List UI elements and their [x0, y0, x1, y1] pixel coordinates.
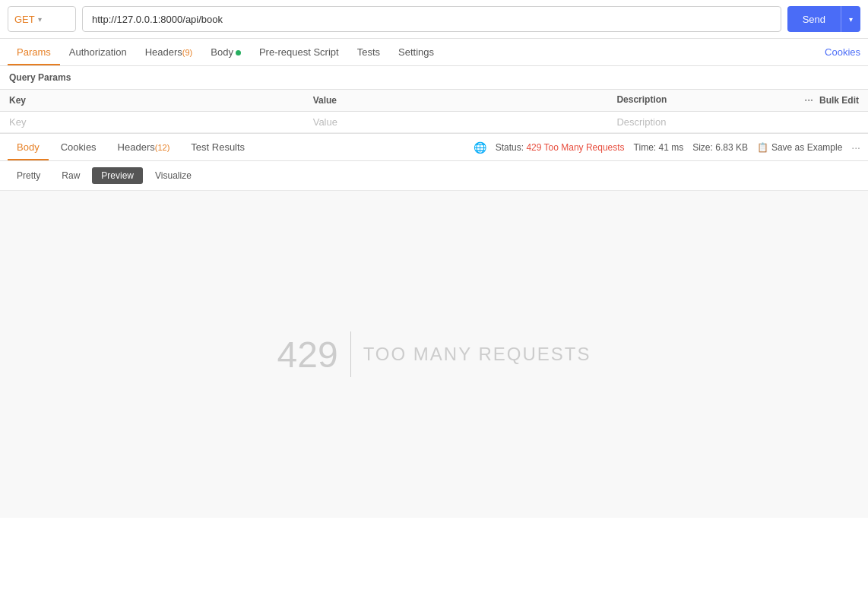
tab-settings[interactable]: Settings [389, 39, 443, 65]
resp-tab-headers[interactable]: Headers(12) [109, 134, 179, 160]
error-display: 429 TOO MANY REQUESTS [277, 331, 591, 377]
globe-icon: 🌐 [474, 141, 486, 154]
cookies-link[interactable]: Cookies [825, 46, 860, 58]
tab-params[interactable]: Params [8, 39, 60, 65]
send-dropdown-button[interactable]: ▾ [841, 6, 860, 32]
save-icon: 📋 [757, 142, 768, 153]
col-header-value: Value [304, 90, 608, 112]
view-tab-raw[interactable]: Raw [52, 167, 89, 184]
error-code: 429 [277, 334, 338, 376]
error-divider [350, 331, 351, 377]
tab-tests[interactable]: Tests [348, 39, 389, 65]
request-tab-nav: Params Authorization Headers(9) Body Pre… [0, 39, 868, 66]
tab-headers[interactable]: Headers(9) [136, 39, 202, 65]
view-tab-visualize[interactable]: Visualize [146, 167, 201, 184]
headers-badge: (9) [182, 48, 192, 57]
query-params-header: Query Params [0, 66, 868, 89]
url-input[interactable] [82, 6, 781, 32]
time-value: 41 ms [659, 142, 684, 153]
method-label: GET [14, 14, 35, 25]
response-status-bar: 🌐 Status: 429 Too Many Requests Time: 41… [474, 141, 860, 154]
send-button[interactable]: Send [787, 6, 841, 32]
tab-authorization[interactable]: Authorization [60, 39, 136, 65]
time-label: Time: 41 ms [634, 142, 684, 153]
status-code: 429 [526, 142, 541, 153]
key-input-cell[interactable]: Key [0, 112, 304, 133]
tab-prerequest[interactable]: Pre-request Script [250, 39, 348, 65]
view-tab-preview[interactable]: Preview [92, 167, 143, 184]
method-chevron: ▾ [38, 15, 42, 24]
error-message: TOO MANY REQUESTS [363, 344, 591, 365]
status-text: Too Many Requests [544, 142, 625, 153]
value-input-cell[interactable]: Value [304, 112, 608, 133]
tab-body[interactable]: Body [201, 39, 250, 65]
resp-tab-body[interactable]: Body [8, 134, 49, 160]
top-bar: GET ▾ Send ▾ [0, 0, 868, 39]
view-tabs: Pretty Raw Preview Visualize [0, 161, 868, 191]
method-select[interactable]: GET ▾ [8, 6, 76, 32]
body-dot [236, 50, 241, 55]
col-header-desc: Description ··· Bulk Edit [607, 90, 868, 112]
preview-area: 429 TOO MANY REQUESTS [0, 191, 868, 518]
size-value: 6.83 KB [715, 142, 748, 153]
save-example-button[interactable]: 📋 Save as Example [757, 142, 842, 153]
bulk-edit-button[interactable]: Bulk Edit [819, 95, 859, 106]
table-row: Key Value Description [0, 112, 868, 133]
resp-tab-testresults[interactable]: Test Results [182, 134, 254, 160]
status-label: Status: 429 Too Many Requests [496, 142, 625, 153]
size-label: Size: 6.83 KB [692, 142, 748, 153]
view-tab-pretty[interactable]: Pretty [8, 167, 49, 184]
response-tab-nav: Body Cookies Headers(12) Test Results 🌐 … [0, 134, 868, 161]
send-btn-group: Send ▾ [787, 6, 860, 32]
bulk-edit-more-icon[interactable]: ··· [804, 94, 813, 106]
resp-headers-badge: (12) [155, 143, 170, 152]
resp-tab-cookies[interactable]: Cookies [52, 134, 106, 160]
col-header-key: Key [0, 90, 304, 112]
response-more-icon[interactable]: ··· [851, 141, 860, 154]
query-params-table: Key Value Description ··· Bulk Edit Key … [0, 89, 868, 133]
desc-input-cell[interactable]: Description [607, 112, 868, 133]
